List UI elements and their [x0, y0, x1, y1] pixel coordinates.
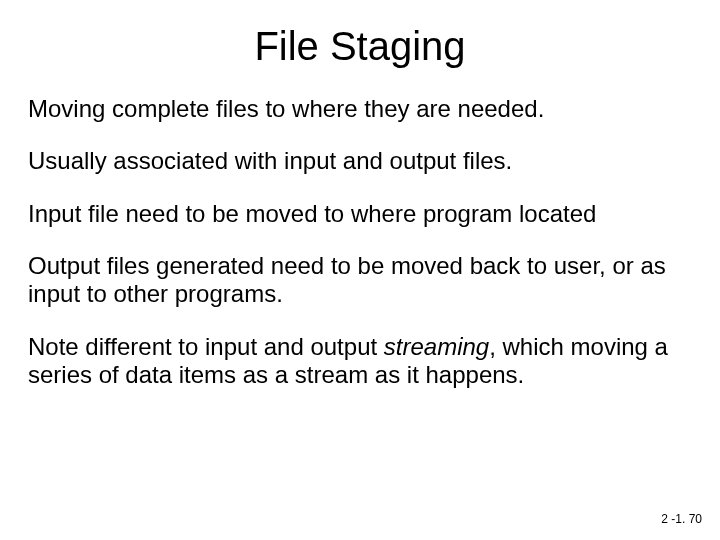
- paragraph-5-italic: streaming: [384, 333, 489, 360]
- paragraph-2: Usually associated with input and output…: [28, 147, 692, 175]
- paragraph-3: Input file need to be moved to where pro…: [28, 200, 692, 228]
- slide: File Staging Moving complete files to wh…: [0, 0, 720, 540]
- slide-body: Moving complete files to where they are …: [28, 95, 692, 389]
- slide-number: 2 -1. 70: [661, 512, 702, 526]
- paragraph-5-part-a: Note different to input and output: [28, 333, 384, 360]
- paragraph-1: Moving complete files to where they are …: [28, 95, 692, 123]
- paragraph-4: Output files generated need to be moved …: [28, 252, 692, 309]
- paragraph-5: Note different to input and output strea…: [28, 333, 692, 390]
- slide-title: File Staging: [28, 24, 692, 69]
